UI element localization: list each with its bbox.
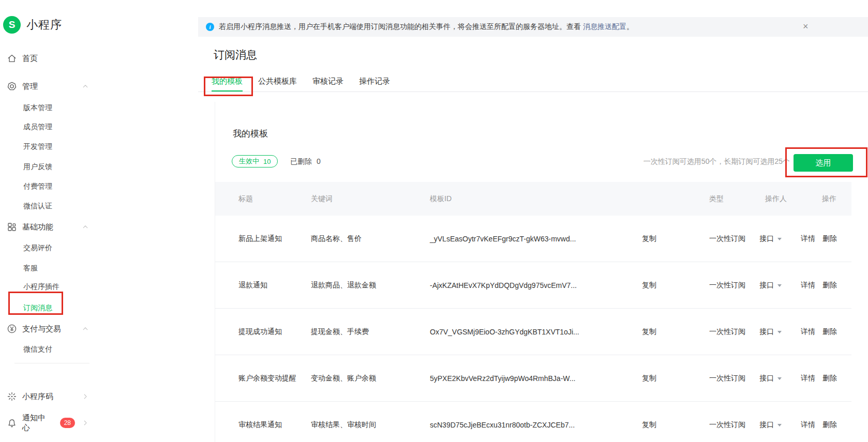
tab-bar: 我的模板 公共模板库 审核记录 操作记录: [212, 76, 390, 92]
sidebar-item-trade-review[interactable]: 交易评价: [23, 242, 52, 253]
column-header-title: 标题: [238, 182, 253, 216]
app-logo: S 小程序: [3, 16, 62, 34]
table-row: 提现成功通知 提现金额、手续费 Ox7V_VGSMj9EioO-3zhGYdgK…: [215, 309, 851, 355]
operator-dropdown[interactable]: 接口: [759, 374, 782, 383]
operator-label: 接口: [759, 281, 774, 289]
column-header-operator: 操作人: [765, 182, 787, 216]
sidebar-item-wechat-pay[interactable]: 微信支付: [23, 343, 52, 355]
template-title: 审核结果通知: [238, 420, 282, 430]
chevron-right-icon: [80, 419, 91, 426]
delete-link[interactable]: 删除: [822, 420, 837, 430]
delete-link[interactable]: 删除: [822, 327, 837, 337]
operator-label: 接口: [759, 374, 774, 382]
grid-icon: [7, 222, 17, 232]
delete-link[interactable]: 删除: [822, 234, 837, 243]
template-title: 账户余额变动提醒: [238, 374, 296, 383]
tab-my-templates[interactable]: 我的模板: [212, 76, 243, 92]
sidebar-item-label: 基础功能: [22, 222, 53, 232]
sidebar-item-member-manage[interactable]: 成员管理: [23, 121, 52, 132]
operator-dropdown[interactable]: 接口: [759, 281, 782, 290]
app-title: 小程序: [26, 17, 62, 33]
operator-label: 接口: [759, 327, 774, 336]
chevron-up-icon: [80, 325, 91, 332]
filter-active-pill[interactable]: 生效中 10: [232, 155, 278, 167]
sidebar-item-pay-trade[interactable]: 支付与交易: [7, 322, 91, 336]
column-header-type: 类型: [709, 182, 724, 216]
delete-link[interactable]: 删除: [822, 281, 837, 290]
tab-operation-records[interactable]: 操作记录: [359, 76, 390, 92]
table-body: 新品上架通知 商品名称、售价 _yVLsEasOytr7vKeEFgr9czT-…: [215, 216, 851, 442]
sidebar-item-plugins[interactable]: 小程序插件: [23, 281, 59, 292]
quota-hint: 一次性订阅可选用50个，长期订阅可选用25个: [643, 157, 790, 166]
template-id: scN39D75cJjeBEcxu31nr80otb-ZCXJCEb7...: [430, 421, 575, 429]
miniprogram-code-icon: [7, 391, 17, 402]
column-header-actions: 操作: [822, 182, 836, 216]
operator-label: 接口: [759, 234, 774, 242]
template-id: _yVLsEasOytr7vKeEFgr9czT-gkW63-mvwd...: [430, 235, 576, 243]
filter-active-label: 生效中: [239, 157, 259, 166]
sidebar-item-customer-service[interactable]: 客服: [23, 262, 38, 273]
column-header-template-id: 模板ID: [430, 182, 452, 216]
operator-dropdown[interactable]: 接口: [759, 420, 782, 430]
push-notice-banner: i 若启用小程序消息推送，用户在手机客户端使用订阅消息功能的相关事件，将会推送至…: [198, 17, 868, 37]
page-title: 订阅消息: [214, 48, 257, 62]
sidebar-item-dev-manage[interactable]: 开发管理: [23, 141, 52, 152]
template-type: 一次性订阅: [709, 374, 745, 383]
sidebar-item-home[interactable]: 首页: [7, 52, 91, 65]
operator-dropdown[interactable]: 接口: [759, 327, 782, 337]
operator-dropdown[interactable]: 接口: [759, 234, 782, 243]
caret-down-icon: [777, 424, 782, 426]
sidebar-item-pay-manage[interactable]: 付费管理: [23, 180, 52, 192]
column-header-keywords: 关键词: [311, 182, 333, 216]
template-title: 新品上架通知: [238, 234, 282, 243]
table-row: 审核结果通知 审核结果、审核时间 scN39D75cJjeBEcxu31nr80…: [215, 402, 851, 442]
notification-badge: 28: [60, 418, 75, 428]
table-row: 退款通知 退款商品、退款金额 -AjxKZAtHEvX7KpYdDQDgVdg9…: [215, 262, 851, 309]
sidebar-item-wechat-verify[interactable]: 微信认证: [23, 200, 52, 211]
push-config-link[interactable]: 消息推送配置: [583, 22, 626, 32]
detail-link[interactable]: 详情: [801, 281, 815, 290]
close-icon[interactable]: ×: [803, 17, 809, 37]
sidebar-item-minicode[interactable]: 小程序码: [7, 390, 91, 403]
select-template-button[interactable]: 选用: [794, 154, 853, 172]
template-id: Ox7V_VGSMj9EioO-3zhGYdgKBT1XVT1oJi...: [430, 328, 579, 336]
copy-link[interactable]: 复制: [642, 327, 656, 337]
caret-down-icon: [777, 238, 782, 240]
sidebar-item-user-feedback[interactable]: 用户反馈: [23, 161, 52, 172]
sidebar-divider: [14, 363, 89, 363]
sidebar-item-subscribe-message[interactable]: 订阅消息: [23, 302, 52, 313]
chevron-up-icon: [80, 223, 91, 231]
tab-public-library[interactable]: 公共模板库: [258, 76, 297, 92]
filter-deleted[interactable]: 已删除 0: [290, 155, 321, 168]
template-type: 一次性订阅: [709, 234, 745, 243]
info-icon: i: [206, 23, 214, 31]
detail-link[interactable]: 详情: [801, 374, 815, 383]
section-heading: 我的模板: [233, 128, 268, 140]
caret-down-icon: [777, 377, 782, 380]
template-title: 提现成功通知: [238, 327, 282, 337]
banner-text-suffix: 。: [626, 22, 634, 32]
detail-link[interactable]: 详情: [801, 327, 815, 337]
detail-link[interactable]: 详情: [801, 234, 815, 243]
delete-link[interactable]: 删除: [822, 374, 837, 383]
detail-link[interactable]: 详情: [801, 420, 815, 430]
copy-link[interactable]: 复制: [642, 234, 656, 243]
sidebar-item-label: 首页: [22, 54, 38, 64]
table-row: 账户余额变动提醒 变动金额、账户余额 5yPXE2KbvVeRz2dTyijw9…: [215, 355, 851, 402]
sidebar-item-label: 小程序码: [22, 392, 53, 402]
sidebar-item-basic-features[interactable]: 基础功能: [7, 220, 91, 234]
chevron-up-icon: [80, 83, 91, 90]
sidebar-item-label: 通知中心: [22, 413, 53, 433]
table-row: 新品上架通知 商品名称、售价 _yVLsEasOytr7vKeEFgr9czT-…: [215, 216, 851, 262]
tab-review-records[interactable]: 审核记录: [312, 76, 343, 92]
sidebar-item-manage[interactable]: 管理: [7, 80, 91, 93]
copy-link[interactable]: 复制: [642, 281, 656, 290]
sidebar-item-notification-center[interactable]: 通知中心 28: [7, 416, 91, 430]
operator-label: 接口: [759, 420, 774, 429]
copy-link[interactable]: 复制: [642, 374, 656, 383]
sidebar-item-version-manage[interactable]: 版本管理: [23, 102, 52, 113]
template-type: 一次性订阅: [709, 281, 745, 290]
filter-deleted-label: 已删除: [290, 155, 312, 168]
copy-link[interactable]: 复制: [642, 420, 656, 430]
template-id: 5yPXE2KbvVeRz2dTyijw9pWo4RmhBJa-W...: [430, 374, 575, 383]
